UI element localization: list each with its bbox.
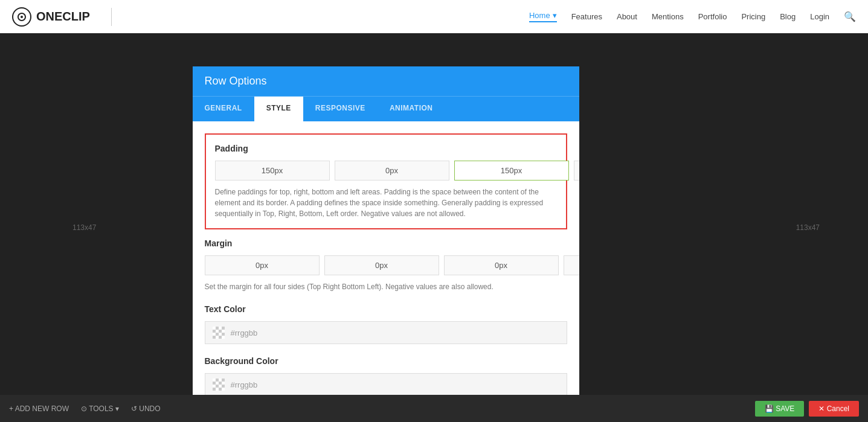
bg-placeholder-right: 113x47 <box>796 223 820 232</box>
padding-description: Define paddings for top, right, bottom a… <box>215 187 557 219</box>
bottom-toolbar: + ADD NEW ROW ⊙ TOOLS ▾ ↺ UNDO 💾 SAVE ✕ … <box>0 395 868 422</box>
nav-item-features[interactable]: Features <box>571 12 602 21</box>
padding-top-input[interactable] <box>215 161 330 181</box>
tab-general[interactable]: GENERAL <box>193 97 254 121</box>
padding-title: Padding <box>215 144 557 153</box>
add-new-row-button[interactable]: + ADD NEW ROW <box>9 404 69 413</box>
nav-item-home[interactable]: Home ▾ <box>529 11 557 22</box>
text-color-section: Text Color #rrggbb <box>205 304 567 344</box>
nav-item-portfolio[interactable]: Portfolio <box>698 12 727 21</box>
margin-title: Margin <box>205 238 567 248</box>
logo-text: ONECLIP <box>36 10 90 24</box>
margin-description: Set the margin for all four sides (Top R… <box>205 281 567 292</box>
cancel-button[interactable]: ✕ Cancel <box>809 401 859 417</box>
margin-right-input[interactable] <box>324 255 439 275</box>
top-navigation: ONECLIP Home ▾ Features About Mentions P… <box>0 0 868 33</box>
margin-inputs <box>205 255 567 275</box>
padding-bottom-input[interactable] <box>454 161 569 181</box>
background-color-field[interactable]: #rrggbb <box>205 373 567 395</box>
modal-tabs: GENERAL STYLE RESPONSIVE ANIMATION <box>193 96 579 121</box>
search-icon[interactable]: 🔍 <box>844 11 856 22</box>
padding-inputs <box>215 161 557 181</box>
logo[interactable]: ONECLIP <box>12 7 90 27</box>
logo-icon <box>12 7 31 27</box>
margin-left-input[interactable] <box>564 255 579 275</box>
background-color-checker-icon <box>213 379 225 391</box>
modal-body: Padding Define paddings for top, right, … <box>193 121 579 395</box>
tab-style[interactable]: STYLE <box>254 97 303 121</box>
svg-point-0 <box>21 16 23 18</box>
nav-divider <box>111 8 112 26</box>
text-color-title: Text Color <box>205 304 567 314</box>
undo-button[interactable]: ↺ UNDO <box>131 404 161 413</box>
text-color-checker-icon <box>213 327 225 339</box>
padding-section: Padding Define paddings for top, right, … <box>205 133 567 229</box>
nav-item-login[interactable]: Login <box>810 12 829 21</box>
save-button[interactable]: 💾 SAVE <box>755 401 804 417</box>
nav-item-pricing[interactable]: Pricing <box>741 12 765 21</box>
nav-item-blog[interactable]: Blog <box>780 12 796 21</box>
tools-button[interactable]: ⊙ TOOLS ▾ <box>81 404 119 413</box>
background-color-title: Background Color <box>205 356 567 366</box>
margin-bottom-input[interactable] <box>444 255 559 275</box>
margin-top-input[interactable] <box>205 255 320 275</box>
background-color-section: Background Color #rrggbb <box>205 356 567 395</box>
nav-item-mentions[interactable]: Mentions <box>652 12 684 21</box>
nav-links: Home ▾ Features About Mentions Portfolio… <box>529 11 856 22</box>
nav-item-about[interactable]: About <box>617 12 637 21</box>
margin-section: Margin Set the margin for all four sides… <box>205 238 567 292</box>
tab-responsive[interactable]: RESPONSIVE <box>303 97 378 121</box>
toolbar-right-buttons: 💾 SAVE ✕ Cancel <box>755 401 859 417</box>
tab-animation[interactable]: ANIMATION <box>378 97 445 121</box>
modal-header: Row Options <box>193 66 579 96</box>
bg-placeholder-left: 113x47 <box>72 223 96 232</box>
modal-title: Row Options <box>205 75 267 87</box>
text-color-value: #rrggbb <box>231 328 258 337</box>
text-color-field[interactable]: #rrggbb <box>205 321 567 344</box>
padding-left-input[interactable] <box>574 161 579 181</box>
padding-right-input[interactable] <box>335 161 449 181</box>
row-options-modal: Row Options GENERAL STYLE RESPONSIVE ANI… <box>193 66 579 395</box>
main-area: 113x47 113x47 Row Options GENERAL STYLE … <box>0 33 868 422</box>
background-color-value: #rrggbb <box>231 380 258 389</box>
